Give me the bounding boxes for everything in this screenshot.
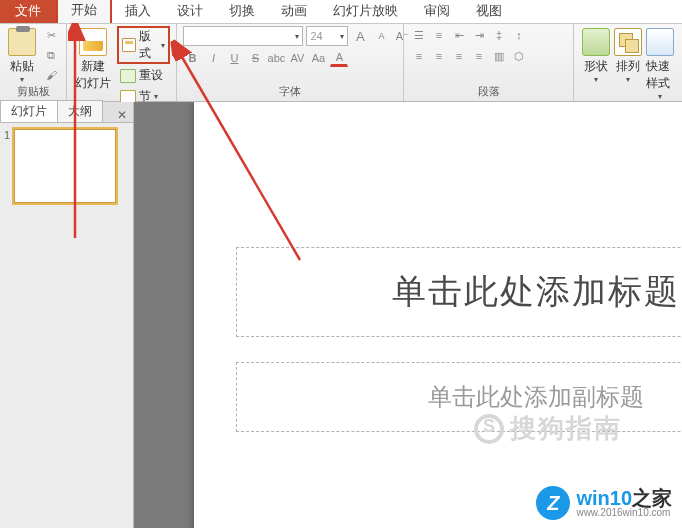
subtitle-placeholder[interactable]: 单击此处添加副标题 <box>236 362 682 432</box>
tab-file[interactable]: 文件 <box>0 0 56 23</box>
chevron-down-icon: ▾ <box>594 75 598 84</box>
win10-logo-icon: Z <box>536 486 570 520</box>
group-paragraph-label: 段落 <box>410 84 567 101</box>
menu-tabs: 文件 开始 插入 设计 切换 动画 幻灯片放映 审阅 视图 <box>0 0 682 24</box>
paste-button[interactable]: 粘贴 ▾ <box>6 26 38 84</box>
ribbon: 粘贴 ▾ ✂ ⧉ 🖌 剪贴板 新建 幻灯片 版式 ▾ <box>0 24 682 102</box>
chevron-down-icon: ▾ <box>658 92 662 101</box>
tab-view[interactable]: 视图 <box>463 0 515 23</box>
subtitle-text: 单击此处添加副标题 <box>428 381 644 413</box>
tab-review[interactable]: 审阅 <box>411 0 463 23</box>
new-slide-button[interactable]: 新建 幻灯片 <box>73 26 113 92</box>
font-color-button[interactable]: A <box>330 49 348 67</box>
tab-transitions[interactable]: 切换 <box>216 0 268 23</box>
bold-button[interactable]: B <box>183 49 201 67</box>
italic-button[interactable]: I <box>204 49 222 67</box>
group-drawing: 形状 ▾ 排列 ▾ 快速样式 ▾ 绘图 <box>574 24 682 101</box>
align-left-button[interactable]: ≡ <box>410 47 428 65</box>
panel-close-button[interactable]: ✕ <box>111 108 133 122</box>
reset-label: 重设 <box>139 67 163 84</box>
group-font: ▾ 24▾ A A A⁻ B I U S abc AV Aa A 字体 <box>177 24 404 101</box>
group-clipboard-label: 剪贴板 <box>6 84 60 101</box>
tab-home[interactable]: 开始 <box>56 0 112 23</box>
slide-panel: 幻灯片 大纲 ✕ 1 <box>0 102 134 528</box>
group-font-label: 字体 <box>183 84 397 101</box>
arrange-icon <box>614 28 642 56</box>
line-spacing-button[interactable]: ‡ <box>490 26 508 44</box>
shapes-button[interactable]: 形状 ▾ <box>580 26 612 84</box>
chevron-down-icon: ▾ <box>161 41 165 50</box>
paste-label: 粘贴 <box>10 58 34 75</box>
numbering-button[interactable]: ≡ <box>430 26 448 44</box>
arrange-button[interactable]: 排列 ▾ <box>612 26 644 84</box>
reset-icon <box>120 69 136 83</box>
slide-thumbnail-1[interactable]: 1 <box>4 129 129 203</box>
shadow-button[interactable]: abc <box>267 49 285 67</box>
shapes-icon <box>582 28 610 56</box>
group-paragraph: ☰ ≡ ⇤ ⇥ ‡ ↕ ≡ ≡ ≡ ≡ ▥ ⬡ 段落 <box>404 24 574 101</box>
layout-icon <box>122 38 136 52</box>
quick-styles-button[interactable]: 快速样式 ▾ <box>644 26 676 101</box>
chevron-down-icon: ▾ <box>154 92 158 101</box>
group-slides: 新建 幻灯片 版式 ▾ 重设 节 ▾ 幻灯片 <box>67 24 177 101</box>
smartart-button[interactable]: ⬡ <box>510 47 528 65</box>
slides-panel-tab[interactable]: 幻灯片 <box>0 100 58 122</box>
layout-button[interactable]: 版式 ▾ <box>117 26 170 64</box>
align-justify-button[interactable]: ≡ <box>470 47 488 65</box>
thumb-preview <box>14 129 116 203</box>
clipboard-icon <box>8 28 36 56</box>
copy-button[interactable]: ⧉ <box>42 46 60 64</box>
columns-button[interactable]: ▥ <box>490 47 508 65</box>
spacing-button[interactable]: AV <box>288 49 306 67</box>
chevron-down-icon: ▾ <box>626 75 630 84</box>
thumb-number: 1 <box>4 129 10 203</box>
title-text: 单击此处添加标题 <box>392 269 680 315</box>
group-clipboard: 粘贴 ▾ ✂ ⧉ 🖌 剪贴板 <box>0 24 67 101</box>
new-slide-label: 新建 幻灯片 <box>75 58 111 92</box>
format-painter-button[interactable]: 🖌 <box>42 66 60 84</box>
align-center-button[interactable]: ≡ <box>430 47 448 65</box>
workspace: 幻灯片 大纲 ✕ 1 单击此处添加标题 单击此处添加副标题 <box>0 102 682 528</box>
tab-slideshow[interactable]: 幻灯片放映 <box>320 0 411 23</box>
grow-font-button[interactable]: A <box>351 27 369 45</box>
tab-animations[interactable]: 动画 <box>268 0 320 23</box>
outline-panel-tab[interactable]: 大纲 <box>57 100 103 122</box>
layout-label: 版式 <box>139 28 159 62</box>
slide: 单击此处添加标题 单击此处添加副标题 <box>194 102 682 528</box>
indent-dec-button[interactable]: ⇤ <box>450 26 468 44</box>
cut-button[interactable]: ✂ <box>42 26 60 44</box>
tab-insert[interactable]: 插入 <box>112 0 164 23</box>
font-size-combo[interactable]: 24▾ <box>306 26 348 46</box>
reset-button[interactable]: 重设 <box>117 66 170 85</box>
underline-button[interactable]: U <box>225 49 243 67</box>
quick-styles-icon <box>646 28 674 56</box>
chevron-down-icon: ▾ <box>20 75 24 84</box>
case-button[interactable]: Aa <box>309 49 327 67</box>
slide-canvas[interactable]: 单击此处添加标题 单击此处添加副标题 <box>134 102 682 528</box>
shrink-font-button[interactable]: A <box>372 27 390 45</box>
text-direction-button[interactable]: ↕ <box>510 26 528 44</box>
bullets-button[interactable]: ☰ <box>410 26 428 44</box>
indent-inc-button[interactable]: ⇥ <box>470 26 488 44</box>
strike-button[interactable]: S <box>246 49 264 67</box>
tab-design[interactable]: 设计 <box>164 0 216 23</box>
new-slide-icon <box>79 28 107 56</box>
font-family-combo[interactable]: ▾ <box>183 26 303 46</box>
align-right-button[interactable]: ≡ <box>450 47 468 65</box>
win10-watermark: Z win10之家 www.2016win10.com <box>536 486 672 520</box>
title-placeholder[interactable]: 单击此处添加标题 <box>236 247 682 337</box>
